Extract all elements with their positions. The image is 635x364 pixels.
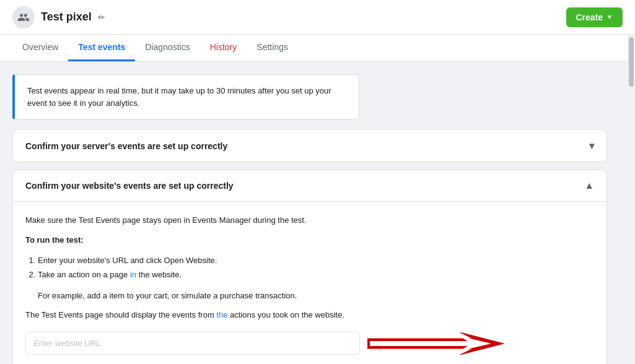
website-accordion-header[interactable]: Confirm your website's events are set up… xyxy=(13,170,607,202)
create-button[interactable]: Create ▼ xyxy=(566,7,623,27)
scrollbar-thumb[interactable] xyxy=(629,37,634,87)
tab-overview[interactable]: Overview xyxy=(12,35,68,61)
tab-settings[interactable]: Settings xyxy=(247,35,298,61)
info-box: Test events appear in real time, but it … xyxy=(12,74,359,119)
server-accordion-title: Confirm your server's events are set up … xyxy=(25,141,227,151)
pixel-name: Test pixel xyxy=(41,11,92,24)
server-accordion: Confirm your server's events are set up … xyxy=(12,129,607,162)
tab-test-events[interactable]: Test events xyxy=(68,35,135,61)
app-header: Test pixel ✏ Create ▼ xyxy=(0,0,635,35)
main-content: Test events appear in real time, but it … xyxy=(0,62,620,364)
tab-bar: Overview Test events Diagnostics History… xyxy=(0,35,635,62)
red-arrow-annotation xyxy=(367,331,504,356)
url-section xyxy=(25,331,594,356)
tab-history[interactable]: History xyxy=(200,35,247,61)
create-chevron-icon: ▼ xyxy=(607,14,613,20)
sub-text: For example, add a item to your cart, or… xyxy=(38,290,594,302)
server-accordion-header[interactable]: Confirm your server's events are set up … xyxy=(13,130,607,162)
website-accordion-body: Make sure the Test Events page stays ope… xyxy=(13,202,607,364)
steps-list: Enter your website's URL and click Open … xyxy=(38,253,594,282)
info-text: Test events appear in real time, but it … xyxy=(27,86,331,108)
website-accordion-title: Confirm your website's events are set up… xyxy=(25,181,234,191)
website-chevron-up-icon: ▲ xyxy=(584,180,594,191)
scrollbar[interactable] xyxy=(628,35,635,364)
pixel-avatar xyxy=(12,6,35,28)
website-url-input[interactable] xyxy=(25,332,360,355)
intro-text: Make sure the Test Events page stays ope… xyxy=(25,214,594,227)
to-run-label: To run the test: xyxy=(25,234,594,246)
step-1: Enter your website's URL and click Open … xyxy=(38,253,594,267)
website-accordion: Confirm your website's events are set up… xyxy=(12,170,607,364)
step-2: Take an action on a page in the website. xyxy=(38,267,594,282)
footer-text: The Test Events page should display the … xyxy=(25,309,594,321)
header-left: Test pixel ✏ xyxy=(12,6,105,28)
server-chevron-down-icon: ▾ xyxy=(589,140,594,152)
edit-icon[interactable]: ✏ xyxy=(98,12,105,22)
tab-diagnostics[interactable]: Diagnostics xyxy=(135,35,199,61)
